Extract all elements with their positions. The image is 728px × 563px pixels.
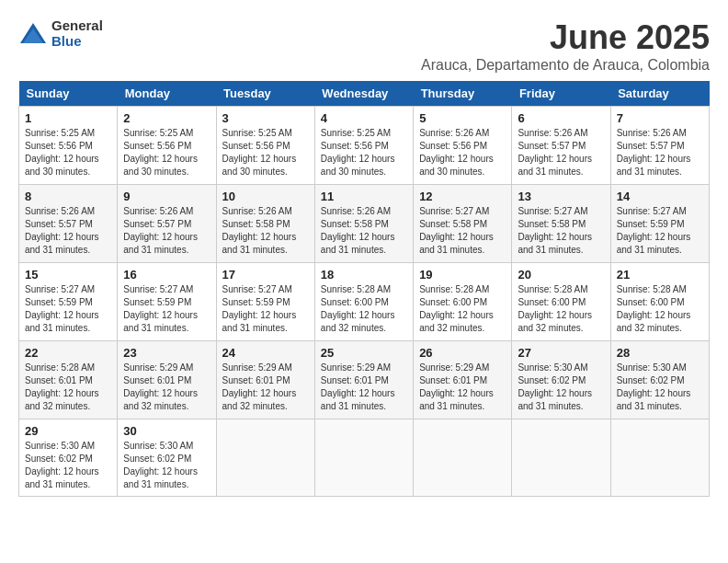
day-cell: 3 Sunrise: 5:25 AM Sunset: 5:56 PM Dayli… — [216, 107, 314, 185]
day-number: 22 — [25, 346, 111, 360]
day-cell — [610, 419, 709, 497]
sunset-label: Sunset: 6:02 PM — [25, 454, 93, 464]
sunrise-label: Sunrise: 5:30 AM — [123, 441, 193, 451]
day-number: 20 — [518, 268, 604, 282]
day-number: 4 — [321, 111, 407, 125]
daylight-label: Daylight: 12 hours and 32 minutes. — [419, 310, 494, 333]
day-number: 8 — [25, 190, 111, 203]
sunset-label: Sunset: 5:56 PM — [123, 141, 191, 151]
day-info: Sunrise: 5:27 AM Sunset: 5:59 PM Dayligh… — [25, 283, 111, 335]
daylight-label: Daylight: 12 hours and 31 minutes. — [123, 466, 198, 489]
day-cell — [216, 419, 314, 497]
week-row-2: 8 Sunrise: 5:26 AM Sunset: 5:57 PM Dayli… — [19, 185, 710, 263]
daylight-label: Daylight: 12 hours and 32 minutes. — [617, 310, 691, 333]
sunrise-label: Sunrise: 5:26 AM — [617, 128, 687, 138]
day-info: Sunrise: 5:30 AM Sunset: 6:02 PM Dayligh… — [123, 440, 210, 491]
day-cell: 9 Sunrise: 5:26 AM Sunset: 5:57 PM Dayli… — [118, 185, 216, 263]
day-cell: 23 Sunrise: 5:29 AM Sunset: 6:01 PM Dayl… — [118, 341, 216, 419]
day-number: 28 — [617, 346, 703, 360]
sunset-label: Sunset: 5:57 PM — [518, 141, 586, 151]
day-cell: 1 Sunrise: 5:25 AM Sunset: 5:56 PM Dayli… — [19, 107, 118, 185]
daylight-label: Daylight: 12 hours and 31 minutes. — [321, 232, 395, 255]
day-cell: 6 Sunrise: 5:26 AM Sunset: 5:57 PM Dayli… — [512, 107, 610, 185]
day-number: 7 — [617, 111, 703, 125]
week-row-1: 1 Sunrise: 5:25 AM Sunset: 5:56 PM Dayli… — [19, 107, 710, 185]
sunrise-label: Sunrise: 5:26 AM — [123, 206, 193, 216]
sunset-label: Sunset: 6:01 PM — [25, 375, 93, 385]
day-cell: 27 Sunrise: 5:30 AM Sunset: 6:02 PM Dayl… — [512, 341, 610, 419]
day-info: Sunrise: 5:26 AM Sunset: 5:58 PM Dayligh… — [321, 205, 407, 257]
week-row-5: 29 Sunrise: 5:30 AM Sunset: 6:02 PM Dayl… — [19, 419, 710, 497]
day-cell: 12 Sunrise: 5:27 AM Sunset: 5:58 PM Dayl… — [414, 185, 512, 263]
day-info: Sunrise: 5:25 AM Sunset: 5:56 PM Dayligh… — [321, 127, 407, 178]
day-info: Sunrise: 5:27 AM Sunset: 5:59 PM Dayligh… — [222, 283, 309, 335]
sunset-label: Sunset: 5:58 PM — [321, 219, 389, 229]
sunrise-label: Sunrise: 5:27 AM — [419, 206, 489, 216]
day-cell: 7 Sunrise: 5:26 AM Sunset: 5:57 PM Dayli… — [610, 107, 709, 185]
sunrise-label: Sunrise: 5:25 AM — [321, 128, 391, 138]
header: General Blue June 2025 Arauca, Departame… — [18, 18, 710, 74]
sunrise-label: Sunrise: 5:27 AM — [518, 206, 587, 216]
day-cell: 13 Sunrise: 5:27 AM Sunset: 5:58 PM Dayl… — [512, 185, 610, 263]
day-info: Sunrise: 5:27 AM Sunset: 5:58 PM Dayligh… — [518, 205, 604, 257]
header-wednesday: Wednesday — [314, 81, 413, 107]
header-saturday: Saturday — [610, 81, 709, 107]
day-number: 23 — [123, 346, 210, 360]
sunset-label: Sunset: 5:58 PM — [518, 219, 586, 229]
sunrise-label: Sunrise: 5:26 AM — [518, 128, 587, 138]
day-info: Sunrise: 5:26 AM Sunset: 5:57 PM Dayligh… — [617, 127, 703, 178]
sunset-label: Sunset: 5:56 PM — [419, 141, 487, 151]
sunset-label: Sunset: 5:59 PM — [222, 297, 290, 307]
week-row-4: 22 Sunrise: 5:28 AM Sunset: 6:01 PM Dayl… — [19, 341, 710, 419]
sunset-label: Sunset: 6:02 PM — [518, 375, 586, 385]
sunrise-label: Sunrise: 5:29 AM — [222, 362, 292, 373]
logo-general-text: General — [51, 18, 103, 34]
daylight-label: Daylight: 12 hours and 31 minutes. — [419, 388, 494, 411]
month-title: June 2025 — [421, 18, 710, 57]
daylight-label: Daylight: 12 hours and 31 minutes. — [617, 154, 691, 177]
daylight-label: Daylight: 12 hours and 31 minutes. — [123, 232, 198, 255]
daylight-label: Daylight: 12 hours and 32 minutes. — [222, 388, 297, 411]
daylight-label: Daylight: 12 hours and 31 minutes. — [518, 154, 592, 177]
sunset-label: Sunset: 6:00 PM — [321, 297, 389, 307]
day-number: 6 — [518, 111, 604, 125]
header-sunday: Sunday — [19, 81, 118, 107]
day-cell: 5 Sunrise: 5:26 AM Sunset: 5:56 PM Dayli… — [414, 107, 512, 185]
day-cell: 14 Sunrise: 5:27 AM Sunset: 5:59 PM Dayl… — [610, 185, 709, 263]
sunrise-label: Sunrise: 5:30 AM — [25, 441, 95, 451]
day-info: Sunrise: 5:28 AM Sunset: 6:00 PM Dayligh… — [419, 283, 506, 335]
sunrise-label: Sunrise: 5:29 AM — [321, 362, 391, 373]
day-number: 21 — [617, 268, 703, 282]
daylight-label: Daylight: 12 hours and 31 minutes. — [25, 466, 99, 489]
daylight-label: Daylight: 12 hours and 30 minutes. — [321, 154, 395, 177]
day-cell: 30 Sunrise: 5:30 AM Sunset: 6:02 PM Dayl… — [118, 419, 216, 497]
day-info: Sunrise: 5:25 AM Sunset: 5:56 PM Dayligh… — [123, 127, 210, 178]
week-row-3: 15 Sunrise: 5:27 AM Sunset: 5:59 PM Dayl… — [19, 263, 710, 341]
day-cell: 25 Sunrise: 5:29 AM Sunset: 6:01 PM Dayl… — [314, 341, 413, 419]
logo: General Blue — [18, 18, 103, 49]
sunset-label: Sunset: 5:57 PM — [123, 219, 191, 229]
day-info: Sunrise: 5:28 AM Sunset: 6:01 PM Dayligh… — [25, 362, 111, 413]
day-info: Sunrise: 5:26 AM Sunset: 5:57 PM Dayligh… — [518, 127, 604, 178]
sunset-label: Sunset: 5:56 PM — [25, 141, 93, 151]
sunrise-label: Sunrise: 5:30 AM — [518, 362, 587, 373]
daylight-label: Daylight: 12 hours and 31 minutes. — [25, 310, 99, 333]
day-info: Sunrise: 5:29 AM Sunset: 6:01 PM Dayligh… — [222, 362, 309, 413]
day-number: 2 — [123, 111, 210, 125]
sunset-label: Sunset: 5:56 PM — [222, 141, 290, 151]
sunrise-label: Sunrise: 5:28 AM — [518, 284, 587, 294]
day-cell: 21 Sunrise: 5:28 AM Sunset: 6:00 PM Dayl… — [610, 263, 709, 341]
sunrise-label: Sunrise: 5:28 AM — [419, 284, 489, 294]
day-cell: 18 Sunrise: 5:28 AM Sunset: 6:00 PM Dayl… — [314, 263, 413, 341]
day-info: Sunrise: 5:30 AM Sunset: 6:02 PM Dayligh… — [25, 440, 111, 491]
daylight-label: Daylight: 12 hours and 31 minutes. — [222, 310, 297, 333]
daylight-label: Daylight: 12 hours and 31 minutes. — [123, 310, 198, 333]
page-container: General Blue June 2025 Arauca, Departame… — [18, 18, 710, 497]
sunset-label: Sunset: 6:00 PM — [518, 297, 586, 307]
day-number: 26 — [419, 346, 506, 360]
sunrise-label: Sunrise: 5:25 AM — [123, 128, 193, 138]
day-number: 29 — [25, 424, 111, 438]
daylight-label: Daylight: 12 hours and 32 minutes. — [123, 388, 198, 411]
daylight-label: Daylight: 12 hours and 30 minutes. — [419, 154, 494, 177]
daylight-label: Daylight: 12 hours and 30 minutes. — [123, 154, 198, 177]
